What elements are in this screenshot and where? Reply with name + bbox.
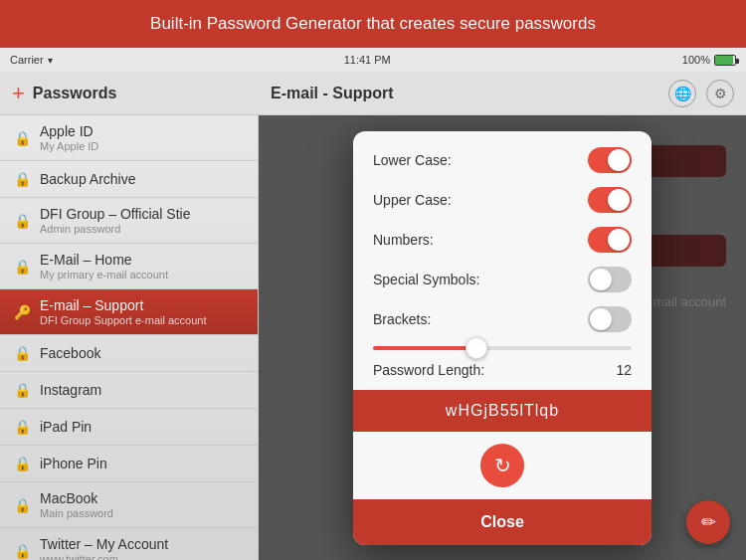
nav-right-section: E-mail - Support 🌐 ⚙ bbox=[259, 80, 746, 107]
toggle-label-upper-case: Upper Case: bbox=[373, 192, 452, 208]
wifi-icon: ▾ bbox=[48, 55, 53, 66]
edit-fab-button[interactable]: ✏ bbox=[686, 500, 730, 544]
nav-bar: + Passwords E-mail - Support 🌐 ⚙ bbox=[0, 72, 746, 115]
settings-button[interactable]: ⚙ bbox=[706, 80, 734, 107]
toggle-special-symbols[interactable] bbox=[588, 267, 632, 292]
sidebar-item-title-twitter-my-account: Twitter – My Account bbox=[40, 536, 246, 552]
sidebar-item-title-backup-archive: Backup Archive bbox=[40, 171, 246, 187]
toggle-brackets[interactable] bbox=[588, 306, 632, 332]
toggle-knob-upper-case bbox=[608, 189, 630, 211]
lock-icon: 🔒 bbox=[12, 541, 32, 561]
sidebar-item-subtitle-twitter-my-account: www.twitter.com bbox=[40, 553, 246, 560]
sidebar-item-twitter-my-account[interactable]: 🔒Twitter – My Accountwww.twitter.com bbox=[0, 528, 258, 560]
time-label: 11:41 PM bbox=[344, 54, 391, 66]
settings-icon: ⚙ bbox=[714, 86, 727, 101]
sidebar-item-dfi-group[interactable]: 🔒DFI Group – Official StieAdmin password bbox=[0, 198, 258, 244]
sidebar-item-text-backup-archive: Backup Archive bbox=[40, 171, 246, 187]
password-length-value: 12 bbox=[616, 362, 632, 378]
sidebar-item-title-ipad-pin: iPad Pin bbox=[40, 419, 246, 435]
lock-icon: 🔒 bbox=[12, 380, 32, 400]
battery-icon bbox=[714, 55, 736, 66]
toggle-label-special-symbols: Special Symbols: bbox=[373, 272, 479, 287]
close-modal-button[interactable]: Close bbox=[353, 499, 652, 545]
sidebar-item-subtitle-email-support: DFI Group Support e-mail account bbox=[40, 314, 246, 326]
sidebar-item-text-ipad-pin: iPad Pin bbox=[40, 419, 246, 435]
banner: Built-in Password Generator that creates… bbox=[0, 0, 746, 48]
toggle-lower-case[interactable] bbox=[588, 147, 632, 173]
sidebar-item-macbook[interactable]: 🔒MacBookMain password bbox=[0, 482, 258, 528]
lock-icon: 🔒 bbox=[12, 417, 32, 437]
toggle-row-lower-case: Lower Case: bbox=[373, 147, 632, 173]
sidebar-item-text-apple-id: Apple IDMy Apple ID bbox=[40, 123, 246, 152]
sidebar-item-title-dfi-group: DFI Group – Official Stie bbox=[40, 206, 246, 222]
sidebar-item-subtitle-dfi-group: Admin password bbox=[40, 223, 246, 235]
password-length-row: Password Length: 12 bbox=[373, 362, 632, 378]
toggle-row-upper-case: Upper Case: bbox=[373, 187, 632, 213]
status-bar: Carrier ▾ 11:41 PM 100% bbox=[0, 48, 746, 72]
sidebar-item-title-facebook: Facebook bbox=[40, 345, 246, 361]
refresh-section: ↻ bbox=[353, 432, 652, 499]
toggle-label-lower-case: Lower Case: bbox=[373, 152, 452, 168]
sidebar-item-backup-archive[interactable]: 🔒Backup Archive bbox=[0, 161, 258, 198]
sidebar-item-text-twitter-my-account: Twitter – My Accountwww.twitter.com bbox=[40, 536, 246, 560]
lock-icon: 🔒 bbox=[12, 495, 32, 515]
battery-fill bbox=[715, 56, 733, 65]
password-length-label: Password Length: bbox=[373, 362, 484, 378]
modal-slider-section: Password Length: 12 bbox=[353, 346, 652, 378]
add-password-button[interactable]: + bbox=[12, 81, 25, 106]
sidebar-item-text-dfi-group: DFI Group – Official StieAdmin password bbox=[40, 206, 246, 235]
sidebar-item-text-email-home: E-Mail – HomeMy primary e-mail account bbox=[40, 252, 246, 280]
password-generator-modal: Lower Case:Upper Case:Numbers:Special Sy… bbox=[353, 131, 652, 545]
sidebar-item-iphone-pin[interactable]: 🔒iPhone Pin bbox=[0, 446, 258, 482]
key-icon: 🔑 bbox=[12, 302, 32, 322]
sidebar-item-title-apple-id: Apple ID bbox=[40, 123, 246, 139]
sidebar-item-ipad-pin[interactable]: 🔒iPad Pin bbox=[0, 409, 258, 446]
device-frame: Carrier ▾ 11:41 PM 100% + Passwords E-ma… bbox=[0, 48, 746, 560]
sidebar-item-subtitle-apple-id: My Apple ID bbox=[40, 140, 246, 152]
nav-icons: 🌐 ⚙ bbox=[668, 80, 734, 107]
toggle-row-special-symbols: Special Symbols: bbox=[373, 267, 632, 292]
sidebar-item-text-email-support: E-mail – SupportDFI Group Support e-mail… bbox=[40, 297, 246, 326]
toggle-numbers[interactable] bbox=[588, 227, 632, 253]
refresh-password-button[interactable]: ↻ bbox=[480, 444, 524, 487]
banner-text: Built-in Password Generator that creates… bbox=[150, 14, 596, 33]
sidebar-item-title-instagram: Instagram bbox=[40, 382, 246, 398]
sidebar-item-text-iphone-pin: iPhone Pin bbox=[40, 456, 246, 471]
passwords-nav-title: Passwords bbox=[33, 85, 116, 102]
toggle-knob-numbers bbox=[608, 229, 630, 251]
battery-percent: 100% bbox=[682, 54, 710, 66]
sidebar-item-email-home[interactable]: 🔒E-Mail – HomeMy primary e-mail account bbox=[0, 244, 258, 289]
lock-icon: 🔒 bbox=[12, 454, 32, 473]
slider-fill bbox=[373, 346, 476, 350]
toggle-label-numbers: Numbers: bbox=[373, 232, 434, 248]
sidebar-item-title-email-support: E-mail – Support bbox=[40, 297, 246, 313]
carrier-label: Carrier bbox=[10, 54, 44, 66]
toggle-upper-case[interactable] bbox=[588, 187, 632, 213]
sidebar-item-text-macbook: MacBookMain password bbox=[40, 490, 246, 519]
modal-options-section: Lower Case:Upper Case:Numbers:Special Sy… bbox=[353, 131, 652, 332]
sidebar-item-title-macbook: MacBook bbox=[40, 490, 246, 506]
sidebar-item-subtitle-macbook: Main password bbox=[40, 507, 246, 519]
slider-section bbox=[373, 346, 632, 350]
detail-nav-title: E-mail - Support bbox=[271, 85, 394, 102]
generated-password-display: wHGjB55lTlqb bbox=[353, 390, 652, 432]
toggle-knob-lower-case bbox=[608, 149, 630, 171]
main-content: 🔒Apple IDMy Apple ID🔒Backup Archive🔒DFI … bbox=[0, 115, 746, 560]
lock-icon: 🔒 bbox=[12, 128, 32, 148]
nav-left-section: + Passwords bbox=[0, 81, 259, 106]
sidebar: 🔒Apple IDMy Apple ID🔒Backup Archive🔒DFI … bbox=[0, 115, 259, 560]
sidebar-item-email-support[interactable]: 🔑E-mail – SupportDFI Group Support e-mai… bbox=[0, 289, 258, 335]
slider-track bbox=[373, 346, 632, 350]
lock-icon: 🔒 bbox=[12, 169, 32, 189]
sidebar-item-instagram[interactable]: 🔒Instagram bbox=[0, 372, 258, 409]
status-left: Carrier ▾ bbox=[10, 54, 53, 66]
globe-button[interactable]: 🌐 bbox=[668, 80, 696, 107]
toggle-row-numbers: Numbers: bbox=[373, 227, 632, 253]
edit-icon: ✏ bbox=[701, 511, 716, 533]
toggle-knob-special-symbols bbox=[590, 269, 612, 290]
slider-thumb[interactable] bbox=[466, 337, 487, 359]
sidebar-item-facebook[interactable]: 🔒Facebook bbox=[0, 335, 258, 372]
sidebar-item-apple-id[interactable]: 🔒Apple IDMy Apple ID bbox=[0, 115, 258, 161]
lock-icon: 🔒 bbox=[12, 211, 32, 231]
sidebar-item-title-iphone-pin: iPhone Pin bbox=[40, 456, 246, 471]
